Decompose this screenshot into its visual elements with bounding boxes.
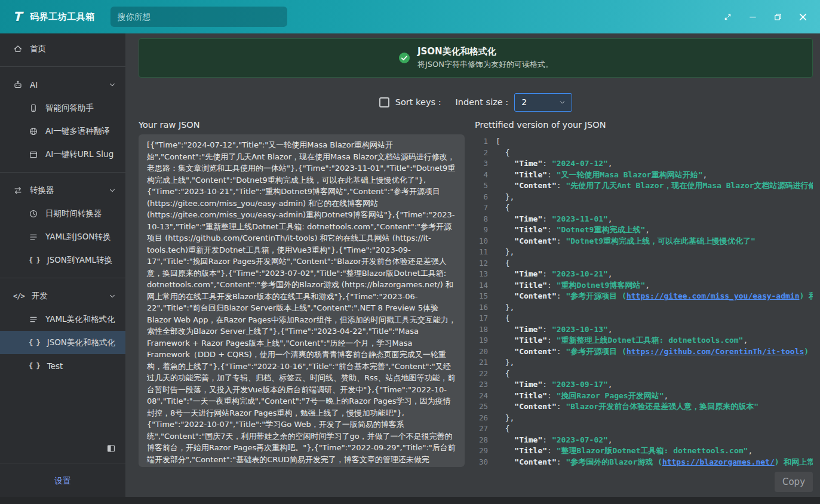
code-string: "重构Dotnet9博客网站": [557, 281, 645, 290]
search-input[interactable]: [118, 12, 280, 21]
sidebar-item[interactable]: { }Test: [0, 354, 125, 377]
sidebar-item[interactable]: 智能问答助手: [0, 96, 125, 119]
sidebar-divider: [0, 66, 125, 67]
code-punct: [496, 291, 514, 300]
minimize-button[interactable]: [744, 8, 761, 26]
line-number: 20: [475, 346, 488, 358]
code-line: 8 "Time": "2023-11-01",: [475, 214, 813, 225]
sidebar-section-header[interactable]: 转换器: [0, 179, 125, 202]
sidebar-item-label: JSON美化和格式化: [47, 337, 115, 348]
code-line: 19 "Title": "重新整理上线Dotnet工具箱: dotnettool…: [475, 335, 813, 346]
code-punct: :: [547, 170, 557, 179]
sidebar-item[interactable]: AI一键多语种翻译: [0, 119, 125, 143]
code-key: "Time": [514, 325, 542, 334]
code-string: "Dotnet9重构完成上线": [557, 225, 645, 234]
line-number: 11: [475, 247, 488, 258]
sidebar-item-label: YAML美化和格式化: [45, 314, 115, 325]
pretty-json-panel: Prettified version of your JSON 1[2 {3 "…: [475, 120, 813, 467]
code-punct: :: [557, 291, 566, 300]
code-punct: [: [496, 137, 500, 146]
line-number: 25: [475, 401, 488, 413]
restore-button[interactable]: [769, 8, 787, 26]
code-key: "Content": [514, 291, 556, 300]
sidebar-item[interactable]: AI一键转URL Slug: [0, 143, 125, 166]
sidebar-item[interactable]: YAML美化和格式化: [0, 308, 125, 331]
sort-keys-checkbox[interactable]: [379, 97, 389, 107]
raw-json-label: Your raw JSON: [139, 120, 465, 133]
line-number: 30: [475, 457, 488, 468]
code-link[interactable]: https://blazorgames.net/: [662, 457, 775, 466]
code-punct: ,: [703, 170, 708, 179]
sidebar-item-label: YAML到JSON转换: [45, 232, 110, 242]
code-line: 13 "Time": "2023-10-21",: [475, 269, 813, 280]
code-link[interactable]: https://gitee.com/miss_you/easy-admin: [626, 291, 800, 300]
code-punct: [496, 159, 514, 168]
code-line: 17 {: [475, 313, 813, 324]
phone-icon: [29, 103, 38, 113]
sidebar-item[interactable]: { }JSON美化和格式化: [0, 331, 125, 354]
line-number: 6: [475, 192, 488, 203]
code-key: "Time": [514, 269, 542, 278]
code-punct: :: [547, 225, 557, 234]
indent-size-label: Indent size :: [456, 97, 509, 107]
copy-button[interactable]: Copy: [775, 472, 813, 492]
code-punct: :: [542, 269, 552, 278]
code-line: 1[: [475, 136, 813, 147]
sidebar-item[interactable]: { }JSON到YAML转换: [0, 248, 125, 272]
code-punct: ,: [608, 159, 613, 168]
sidebar-item[interactable]: 日期时间转换器: [0, 202, 125, 225]
window-controls: [718, 8, 812, 26]
sidebar-item-label: 日期时间转换器: [45, 208, 102, 219]
code-punct: {: [496, 369, 509, 378]
code-punct: {: [496, 203, 509, 212]
code-line: 26 },: [475, 413, 813, 424]
code-key: "Title": [514, 225, 547, 234]
sort-keys-label: Sort keys :: [395, 97, 441, 107]
sidebar-item[interactable]: 首页: [0, 37, 125, 60]
code-punct: [496, 347, 514, 356]
sidebar-item[interactable]: YAML到JSON转换: [0, 225, 125, 248]
code-punct: :: [547, 281, 557, 290]
code-key: "Time": [514, 214, 542, 223]
indent-size-select[interactable]: 2: [514, 93, 572, 112]
app-title: 码界工坊工具箱: [30, 11, 95, 23]
copy-row: Copy: [139, 472, 813, 492]
code-line: 10 "Content": "Dotnet9重构完成上线，可以在此基础上慢慢优化…: [475, 236, 813, 247]
code-line: 7 {: [475, 202, 813, 214]
code-line: 21 },: [475, 357, 813, 368]
code-string: "整理Blazor版Dotnet工具箱: dotnettools.com": [557, 446, 748, 455]
settings-button[interactable]: 设置: [0, 469, 125, 493]
sidebar-section-header[interactable]: AI: [0, 73, 125, 96]
code-punct: :: [542, 159, 552, 168]
close-button[interactable]: [794, 8, 812, 26]
code-punct: :: [542, 214, 552, 223]
code-link[interactable]: https://github.com/CorentinTh/it-tools: [626, 347, 804, 356]
code-punct: ,: [664, 391, 669, 400]
code-string: ) 和它的在线博客网站重构Dotnet9博客网站": [800, 291, 813, 300]
code-line: 5 "Content": "先使用了几天Ant Blazor，现在使用Masa …: [475, 180, 813, 192]
line-number: 22: [475, 368, 488, 380]
code-key: "Content": [514, 457, 556, 466]
tool-subtitle: 将JSON字符串修饰为友好的可读格式。: [417, 59, 553, 70]
code-string: "参考国外的Blazor游戏 (: [566, 457, 662, 466]
raw-json-textarea[interactable]: [139, 134, 465, 467]
code-string: "2023-07-02": [552, 435, 608, 444]
code-line: 2 {: [475, 147, 813, 159]
panel-toggle-icon[interactable]: [106, 444, 116, 453]
code-line: 27 {: [475, 423, 813, 435]
line-number: 5: [475, 180, 488, 192]
line-number: 8: [475, 214, 488, 225]
search-box[interactable]: [110, 7, 287, 27]
sidebar-item-label: 智能问答助手: [45, 103, 94, 113]
code-key: "Title": [514, 391, 547, 400]
sidebar-section-header[interactable]: </>开发: [0, 284, 125, 308]
chevron-down-icon: [108, 186, 117, 195]
code-string: "Dotnet9重构完成上线，可以在此基础上慢慢优化了": [566, 236, 755, 245]
code-punct: ,: [608, 380, 613, 389]
code-punct: [496, 457, 514, 466]
code-string: "又一轮使用Masa Blazor重构网站开始": [557, 170, 703, 179]
expand-button[interactable]: [718, 8, 736, 26]
code-string: ) 和网上常用的在线工具开发Blazor版本的在线工具和游戏": [775, 457, 813, 466]
code-line: 11 },: [475, 247, 813, 258]
code-punct: },: [496, 192, 514, 201]
